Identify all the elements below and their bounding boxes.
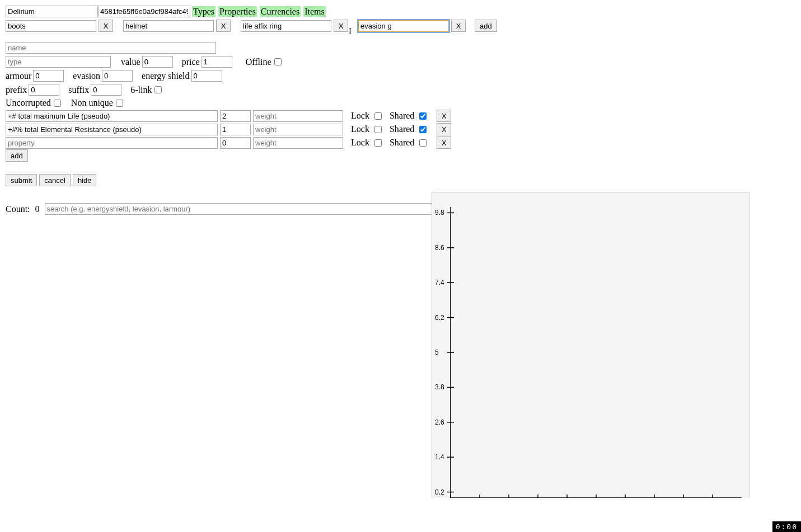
nav-currencies[interactable]: Currencies: [260, 6, 301, 17]
suffix-input[interactable]: [91, 84, 121, 96]
suffix-label: suffix: [68, 85, 89, 95]
property-remove-button[interactable]: X: [437, 110, 451, 122]
value-label: value: [121, 57, 140, 67]
lock-label: Lock: [351, 111, 369, 121]
property-name-input[interactable]: [6, 137, 218, 149]
property-weight-input[interactable]: [253, 124, 343, 135]
type-input[interactable]: [6, 56, 111, 68]
tag-remove-1[interactable]: X: [216, 20, 231, 32]
nav-types[interactable]: Types: [192, 6, 216, 17]
submit-button[interactable]: submit: [6, 174, 37, 186]
svg-text:2.6: 2.6: [435, 418, 444, 426]
property-value-input[interactable]: [220, 110, 251, 122]
count-value: 0: [35, 204, 40, 214]
uncorrupted-checkbox[interactable]: [54, 100, 61, 107]
energy-shield-input[interactable]: [191, 70, 222, 82]
lock-label: Lock: [351, 138, 369, 148]
svg-text:7.4: 7.4: [435, 279, 444, 286]
league-input[interactable]: [6, 6, 98, 17]
svg-text:0.2: 0.2: [435, 488, 444, 496]
svg-text:3.8: 3.8: [435, 383, 444, 391]
property-remove-button[interactable]: X: [437, 123, 451, 135]
prefix-input[interactable]: [29, 84, 59, 96]
shared-checkbox[interactable]: [419, 112, 427, 120]
chart-panel: 0.21.42.63.856.27.48.69.8: [432, 192, 750, 497]
property-add-button[interactable]: add: [6, 149, 28, 162]
tag-input-0[interactable]: [6, 20, 96, 32]
count-label: Count:: [6, 204, 30, 214]
evasion-input[interactable]: [102, 70, 133, 82]
tag-remove-2[interactable]: X: [334, 20, 348, 32]
cancel-button[interactable]: cancel: [39, 174, 71, 186]
tag-remove-0[interactable]: X: [99, 20, 113, 32]
svg-text:9.8: 9.8: [435, 209, 444, 216]
nonunique-label: Non unique: [71, 98, 113, 108]
tag-input-2[interactable]: [241, 20, 331, 32]
price-label: price: [182, 57, 200, 67]
lock-checkbox[interactable]: [374, 126, 382, 133]
sixlink-label: 6-link: [130, 85, 152, 95]
property-row: LockSharedX: [0, 109, 801, 123]
svg-text:8.6: 8.6: [435, 244, 444, 252]
lock-label: Lock: [351, 124, 369, 134]
nav-items[interactable]: Items: [303, 6, 326, 17]
tag-add-button[interactable]: add: [475, 20, 497, 32]
property-weight-input[interactable]: [253, 137, 343, 149]
shared-checkbox[interactable]: [419, 126, 427, 133]
tag-input-3[interactable]: [358, 20, 449, 32]
shared-label: Shared: [390, 111, 414, 121]
evasion-label: evasion: [73, 71, 100, 81]
tag-remove-3[interactable]: X: [451, 20, 466, 32]
nav-properties[interactable]: Properties: [218, 6, 257, 17]
property-row: LockSharedX: [0, 123, 801, 136]
svg-text:6.2: 6.2: [435, 314, 444, 322]
property-remove-button[interactable]: X: [437, 136, 451, 149]
property-value-input[interactable]: [220, 137, 251, 149]
svg-text:5: 5: [435, 349, 439, 356]
lock-checkbox[interactable]: [374, 139, 382, 147]
energy-shield-label: energy shield: [142, 71, 189, 81]
property-name-input[interactable]: [6, 110, 218, 122]
lock-checkbox[interactable]: [374, 112, 382, 120]
chart-axes: 0.21.42.63.856.27.48.69.8: [432, 192, 750, 498]
nonunique-checkbox[interactable]: [116, 100, 123, 107]
value-input[interactable]: [142, 56, 173, 68]
offline-label: Offline: [246, 57, 271, 67]
svg-text:1.4: 1.4: [435, 453, 444, 461]
offline-checkbox[interactable]: [274, 58, 282, 65]
armour-label: armour: [6, 71, 31, 81]
property-value-input[interactable]: [220, 124, 251, 135]
clock-widget: 0:00: [772, 521, 801, 532]
hash-input[interactable]: [98, 6, 190, 17]
price-input[interactable]: [202, 56, 232, 68]
tag-input-1[interactable]: [123, 20, 214, 32]
shared-label: Shared: [390, 124, 414, 134]
shared-checkbox[interactable]: [419, 139, 427, 147]
sixlink-checkbox[interactable]: [154, 86, 162, 93]
uncorrupted-label: Uncorrupted: [6, 98, 51, 108]
armour-input[interactable]: [33, 70, 64, 82]
property-row: LockSharedX: [0, 136, 801, 149]
property-weight-input[interactable]: [253, 110, 343, 122]
name-input[interactable]: [6, 42, 216, 54]
shared-label: Shared: [390, 138, 414, 148]
hide-button[interactable]: hide: [73, 174, 97, 186]
prefix-label: prefix: [6, 85, 27, 95]
property-name-input[interactable]: [6, 124, 218, 135]
